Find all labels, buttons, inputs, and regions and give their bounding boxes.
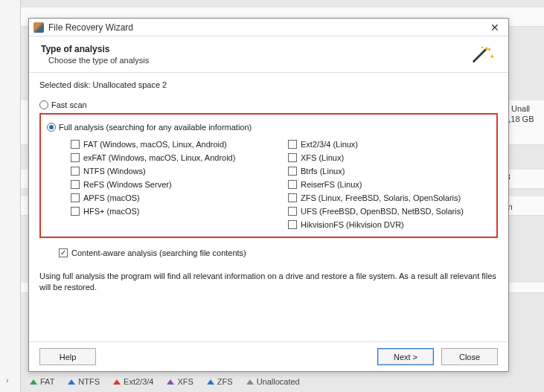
checkbox-icon <box>71 207 80 216</box>
legend-triangle-icon <box>246 379 254 385</box>
full-analysis-box: Full analysis (searching for any availab… <box>39 113 498 238</box>
page-title: Type of analysis <box>41 44 468 54</box>
close-icon[interactable]: ✕ <box>486 22 504 33</box>
wizard-header: Type of analysis Choose the type of anal… <box>29 36 508 73</box>
chevron-right-icon[interactable]: › <box>6 376 9 385</box>
wand-icon <box>468 44 496 66</box>
checkbox-icon <box>288 193 297 202</box>
window-title: File Recovery Wizard <box>48 22 486 33</box>
filesystem-grid: FAT (Windows, macOS, Linux, Android) exF… <box>47 134 490 229</box>
selected-disk: Selected disk: Unallocated space 2 <box>39 80 498 89</box>
wizard-body: Selected disk: Unallocated space 2 Fast … <box>29 73 508 341</box>
checkbox-hfsplus[interactable]: HFS+ (macOS) <box>71 207 273 216</box>
content-aware-label: Content-aware analysis (searching file c… <box>71 248 246 257</box>
legend-triangle-icon <box>68 379 75 385</box>
checkbox-reiserfs[interactable]: ReiserFS (Linux) <box>288 180 490 189</box>
wizard-footer: Help Next > Close <box>29 341 508 371</box>
wizard-dialog: File Recovery Wizard ✕ Type of analysis … <box>28 18 509 372</box>
analysis-note: Using full analysis the program will fin… <box>39 271 498 294</box>
checkbox-icon <box>288 140 297 149</box>
checkbox-btrfs[interactable]: Btrfs (Linux) <box>288 167 490 176</box>
legend-item: NTFS <box>68 377 100 386</box>
svg-point-1 <box>485 48 488 51</box>
checkbox-icon: ✓ <box>59 248 68 257</box>
checkbox-content-aware[interactable]: ✓ Content-aware analysis (searching file… <box>59 248 498 257</box>
next-button[interactable]: Next > <box>377 348 434 365</box>
checkbox-hikvisionfs[interactable]: HikvisionFS (Hikvision DVR) <box>288 220 490 229</box>
svg-line-0 <box>474 48 487 61</box>
fast-scan-label: Fast scan <box>51 100 87 109</box>
checkbox-icon <box>71 180 80 189</box>
checkbox-icon <box>71 167 80 176</box>
checkbox-ufs[interactable]: UFS (FreeBSD, OpenBSD, NetBSD, Solaris) <box>288 207 490 216</box>
legend: FAT NTFS Ext2/3/4 XFS ZFS Unallocated <box>30 377 300 386</box>
bg-disk-label: Unall <box>511 104 530 113</box>
checkbox-icon <box>288 220 297 229</box>
legend-triangle-icon <box>207 379 214 385</box>
legend-triangle-icon <box>30 379 37 385</box>
radio-fast-scan[interactable]: Fast scan <box>39 100 498 109</box>
full-analysis-label: Full analysis (searching for any availab… <box>59 123 252 132</box>
radio-icon <box>39 100 48 109</box>
checkbox-xfs[interactable]: XFS (Linux) <box>288 153 490 162</box>
legend-item: Ext2/3/4 <box>113 377 153 386</box>
legend-item: XFS <box>167 377 193 386</box>
page-subtitle: Choose the type of analysis <box>41 56 468 65</box>
radio-icon <box>47 123 56 132</box>
checkbox-ntfs[interactable]: NTFS (Windows) <box>71 167 273 176</box>
checkbox-icon <box>288 153 297 162</box>
checkbox-icon <box>71 153 80 162</box>
legend-item: Unallocated <box>246 377 300 386</box>
checkbox-icon <box>288 167 297 176</box>
checkbox-apfs[interactable]: APFS (macOS) <box>71 193 273 202</box>
checkbox-icon <box>288 180 297 189</box>
legend-item: FAT <box>30 377 54 386</box>
help-button[interactable]: Help <box>39 348 96 365</box>
legend-triangle-icon <box>167 379 174 385</box>
checkbox-ext[interactable]: Ext2/3/4 (Linux) <box>288 140 490 149</box>
checkbox-icon <box>71 140 80 149</box>
titlebar: File Recovery Wizard ✕ <box>29 19 508 36</box>
checkbox-icon <box>288 207 297 216</box>
bg-sidebar <box>0 0 21 392</box>
checkbox-fat[interactable]: FAT (Windows, macOS, Linux, Android) <box>71 140 273 149</box>
app-icon <box>33 22 44 33</box>
legend-triangle-icon <box>113 379 121 385</box>
radio-full-analysis[interactable]: Full analysis (searching for any availab… <box>47 123 490 132</box>
checkbox-zfs[interactable]: ZFS (Linux, FreeBSD, Solaris, OpenSolari… <box>288 193 490 202</box>
legend-item: ZFS <box>207 377 233 386</box>
checkbox-icon <box>71 193 80 202</box>
checkbox-refs[interactable]: ReFS (Windows Server) <box>71 180 273 189</box>
close-button[interactable]: Close <box>441 348 498 365</box>
checkbox-exfat[interactable]: exFAT (Windows, macOS, Linux, Android) <box>71 153 273 162</box>
